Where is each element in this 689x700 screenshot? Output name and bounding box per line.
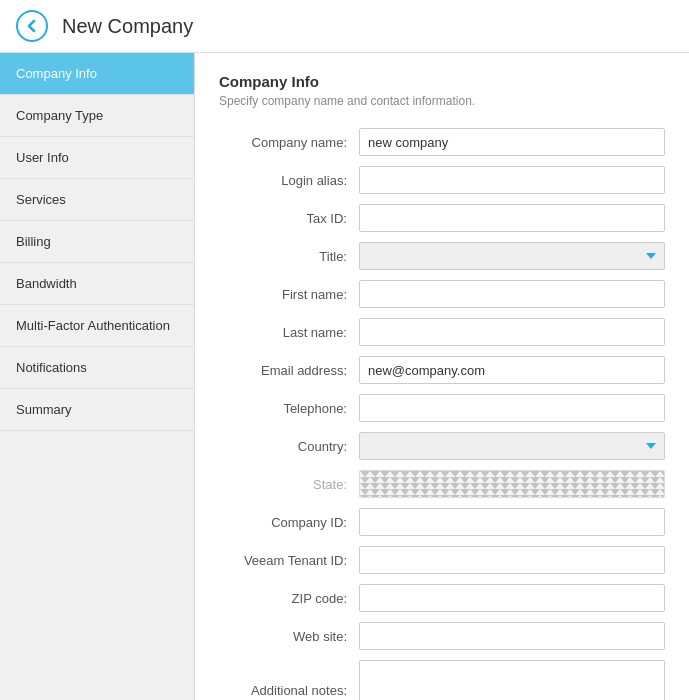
form-row: Email address: (219, 356, 665, 384)
form-input-3[interactable] (359, 242, 665, 270)
form-row: Web site: (219, 622, 665, 650)
form-row: Veeam Tenant ID: (219, 546, 665, 574)
form-input-2[interactable] (359, 204, 665, 232)
sidebar-item-company-type[interactable]: Company Type (0, 95, 194, 137)
form-row: Additional notes: (219, 660, 665, 700)
form-row: Title: (219, 242, 665, 270)
back-button[interactable] (16, 10, 48, 42)
main-content: Company Info Specify company name and co… (195, 53, 689, 700)
form-input-11[interactable] (359, 546, 665, 574)
form-row: State: (219, 470, 665, 498)
form-row: First name: (219, 280, 665, 308)
sidebar-item-billing[interactable]: Billing (0, 221, 194, 263)
sidebar-item-company-info[interactable]: Company Info (0, 53, 194, 95)
form-label: Country: (219, 439, 359, 454)
form-input-4[interactable] (359, 280, 665, 308)
form-label: Additional notes: (219, 683, 359, 698)
page-title: New Company (62, 15, 193, 38)
sidebar-item-summary[interactable]: Summary (0, 389, 194, 431)
sidebar-item-services[interactable]: Services (0, 179, 194, 221)
form-label: Email address: (219, 363, 359, 378)
form-row: Company ID: (219, 508, 665, 536)
form-input-10[interactable] (359, 508, 665, 536)
form-label: Title: (219, 249, 359, 264)
section-title: Company Info (219, 73, 665, 90)
form-label: ZIP code: (219, 591, 359, 606)
form-label: Login alias: (219, 173, 359, 188)
form-row: Tax ID: (219, 204, 665, 232)
sidebar-item-bandwidth[interactable]: Bandwidth (0, 263, 194, 305)
form-label: Veeam Tenant ID: (219, 553, 359, 568)
form-label: Company ID: (219, 515, 359, 530)
form-row: Country: (219, 432, 665, 460)
form-input-12[interactable] (359, 584, 665, 612)
form-input-5[interactable] (359, 318, 665, 346)
form-label: Last name: (219, 325, 359, 340)
form-input-9 (359, 470, 665, 498)
form-input-6[interactable] (359, 356, 665, 384)
form-input-1[interactable] (359, 166, 665, 194)
form-input-7[interactable] (359, 394, 665, 422)
sidebar: Company InfoCompany TypeUser InfoService… (0, 53, 195, 700)
sidebar-item-mfa[interactable]: Multi-Factor Authentication (0, 305, 194, 347)
form-input-8[interactable] (359, 432, 665, 460)
form-row: Last name: (219, 318, 665, 346)
header: New Company (0, 0, 689, 53)
form-input-13[interactable] (359, 622, 665, 650)
form-label: First name: (219, 287, 359, 302)
sidebar-item-user-info[interactable]: User Info (0, 137, 194, 179)
form-label: Telephone: (219, 401, 359, 416)
main-layout: Company InfoCompany TypeUser InfoService… (0, 53, 689, 700)
form-input-14[interactable] (359, 660, 665, 700)
form-label: Web site: (219, 629, 359, 644)
form-row: Company name: (219, 128, 665, 156)
sidebar-item-notifications[interactable]: Notifications (0, 347, 194, 389)
form-input-0[interactable] (359, 128, 665, 156)
form-label: State: (219, 477, 359, 492)
form-row: ZIP code: (219, 584, 665, 612)
form-row: Login alias: (219, 166, 665, 194)
form-label: Tax ID: (219, 211, 359, 226)
section-subtitle: Specify company name and contact informa… (219, 94, 665, 108)
form-container: Company name:Login alias:Tax ID:Title:Fi… (219, 128, 665, 700)
form-row: Telephone: (219, 394, 665, 422)
form-label: Company name: (219, 135, 359, 150)
